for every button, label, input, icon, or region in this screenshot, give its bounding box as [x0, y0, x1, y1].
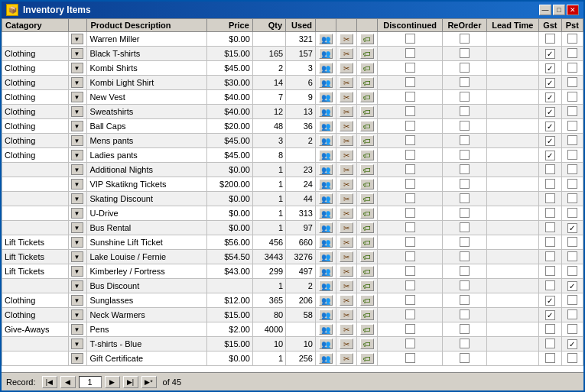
people-icon-button[interactable]: 👥 — [319, 222, 333, 233]
scissors-icon-button[interactable]: ✂ — [340, 135, 353, 146]
category-dropdown-button[interactable]: ▼ — [71, 34, 83, 44]
gst-checkbox[interactable] — [545, 339, 555, 348]
tag-icon-button[interactable]: 🏷 — [360, 92, 374, 102]
people-icon-button[interactable]: 👥 — [319, 48, 333, 59]
discontinued-checkbox[interactable] — [405, 34, 415, 44]
category-dropdown-button[interactable]: ▼ — [71, 164, 83, 175]
tag-icon-button[interactable]: 🏷 — [360, 324, 374, 335]
gst-checkbox[interactable] — [545, 251, 555, 261]
people-icon-button[interactable]: 👥 — [319, 106, 333, 117]
tag-icon-button[interactable]: 🏷 — [360, 34, 374, 44]
pst-checkbox[interactable] — [567, 106, 577, 116]
scissors-icon-button[interactable]: ✂ — [340, 295, 353, 306]
category-dropdown-button[interactable]: ▼ — [71, 266, 83, 277]
people-icon-button[interactable]: 👥 — [319, 266, 333, 277]
category-dropdown-button[interactable]: ▼ — [71, 295, 83, 306]
people-icon-button[interactable]: 👥 — [319, 164, 333, 175]
pst-checkbox[interactable] — [567, 135, 577, 145]
people-icon-button[interactable]: 👥 — [319, 309, 333, 320]
discontinued-checkbox[interactable] — [405, 193, 415, 203]
discontinued-checkbox[interactable] — [405, 237, 415, 247]
gst-checkbox[interactable] — [545, 107, 555, 117]
scissors-icon-button[interactable]: ✂ — [340, 339, 353, 349]
people-icon-button[interactable]: 👥 — [319, 339, 333, 349]
category-dropdown-button[interactable]: ▼ — [71, 179, 83, 190]
reorder-checkbox[interactable] — [460, 280, 470, 290]
tag-icon-button[interactable]: 🏷 — [360, 309, 374, 320]
pst-checkbox[interactable] — [567, 324, 577, 334]
people-icon-button[interactable]: 👥 — [319, 63, 333, 73]
discontinued-checkbox[interactable] — [405, 164, 415, 174]
pst-checkbox[interactable] — [567, 339, 577, 349]
pst-checkbox[interactable] — [567, 353, 577, 363]
scissors-icon-button[interactable]: ✂ — [340, 222, 353, 233]
reorder-checkbox[interactable] — [460, 339, 470, 348]
scissors-icon-button[interactable]: ✂ — [340, 92, 353, 102]
tag-icon-button[interactable]: 🏷 — [360, 48, 374, 59]
reorder-checkbox[interactable] — [460, 92, 470, 102]
people-icon-button[interactable]: 👥 — [319, 193, 333, 204]
tag-icon-button[interactable]: 🏷 — [360, 237, 374, 248]
reorder-checkbox[interactable] — [460, 63, 470, 73]
gst-checkbox[interactable] — [545, 208, 555, 218]
scissors-icon-button[interactable]: ✂ — [340, 106, 353, 117]
category-dropdown-button[interactable]: ▼ — [71, 309, 83, 320]
scissors-icon-button[interactable]: ✂ — [340, 164, 353, 175]
people-icon-button[interactable]: 👥 — [319, 295, 333, 306]
tag-icon-button[interactable]: 🏷 — [360, 150, 374, 160]
pst-checkbox[interactable] — [567, 150, 577, 160]
discontinued-checkbox[interactable] — [405, 63, 415, 73]
tag-icon-button[interactable]: 🏷 — [360, 280, 374, 291]
tag-icon-button[interactable]: 🏷 — [360, 106, 374, 117]
tag-icon-button[interactable]: 🏷 — [360, 353, 374, 364]
category-dropdown-button[interactable]: ▼ — [71, 77, 83, 88]
reorder-checkbox[interactable] — [460, 48, 470, 58]
tag-icon-button[interactable]: 🏷 — [360, 208, 374, 219]
pst-checkbox[interactable] — [567, 121, 577, 131]
gst-checkbox[interactable] — [545, 179, 555, 189]
gst-checkbox[interactable] — [545, 193, 555, 203]
discontinued-checkbox[interactable] — [405, 309, 415, 319]
reorder-checkbox[interactable] — [460, 77, 470, 87]
gst-checkbox[interactable] — [545, 151, 555, 160]
gst-checkbox[interactable] — [545, 222, 555, 232]
scissors-icon-button[interactable]: ✂ — [340, 150, 353, 160]
gst-checkbox[interactable] — [545, 324, 555, 334]
tag-icon-button[interactable]: 🏷 — [360, 295, 374, 306]
gst-checkbox[interactable] — [545, 34, 555, 44]
scissors-icon-button[interactable]: ✂ — [340, 280, 353, 291]
scissors-icon-button[interactable]: ✂ — [340, 63, 353, 73]
category-dropdown-button[interactable]: ▼ — [71, 280, 83, 291]
scissors-icon-button[interactable]: ✂ — [340, 179, 353, 190]
pst-checkbox[interactable] — [567, 251, 577, 261]
people-icon-button[interactable]: 👥 — [319, 280, 333, 291]
category-dropdown-button[interactable]: ▼ — [71, 237, 83, 248]
people-icon-button[interactable]: 👥 — [319, 77, 333, 88]
pst-checkbox[interactable] — [567, 208, 577, 218]
pst-checkbox[interactable] — [567, 266, 577, 276]
discontinued-checkbox[interactable] — [405, 179, 415, 189]
category-dropdown-button[interactable]: ▼ — [71, 208, 83, 219]
scissors-icon-button[interactable]: ✂ — [340, 324, 353, 335]
discontinued-checkbox[interactable] — [405, 135, 415, 145]
discontinued-checkbox[interactable] — [405, 353, 415, 363]
category-dropdown-button[interactable]: ▼ — [71, 48, 83, 59]
category-dropdown-button[interactable]: ▼ — [71, 339, 83, 349]
reorder-checkbox[interactable] — [460, 193, 470, 203]
reorder-checkbox[interactable] — [460, 309, 470, 319]
tag-icon-button[interactable]: 🏷 — [360, 121, 374, 131]
discontinued-checkbox[interactable] — [405, 48, 415, 58]
scissors-icon-button[interactable]: ✂ — [340, 48, 353, 59]
discontinued-checkbox[interactable] — [405, 150, 415, 160]
tag-icon-button[interactable]: 🏷 — [360, 179, 374, 190]
people-icon-button[interactable]: 👥 — [319, 179, 333, 190]
gst-checkbox[interactable] — [545, 280, 555, 290]
gst-checkbox[interactable] — [545, 237, 555, 247]
gst-checkbox[interactable] — [545, 164, 555, 174]
scissors-icon-button[interactable]: ✂ — [340, 121, 353, 131]
reorder-checkbox[interactable] — [460, 135, 470, 145]
scissors-icon-button[interactable]: ✂ — [340, 266, 353, 277]
people-icon-button[interactable]: 👥 — [319, 208, 333, 219]
reorder-checkbox[interactable] — [460, 179, 470, 189]
people-icon-button[interactable]: 👥 — [319, 324, 333, 335]
